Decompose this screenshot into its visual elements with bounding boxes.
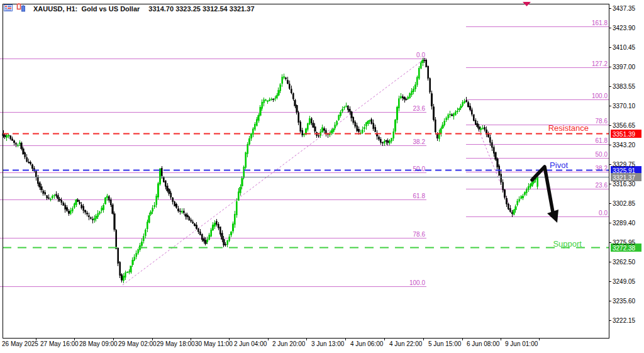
y-tick-label: 3370.10	[613, 103, 636, 109]
candle-bull	[17, 145, 18, 145]
candle-bull	[340, 112, 341, 116]
candle-bear	[428, 66, 429, 78]
candle-bear	[471, 110, 472, 115]
candle-bull	[270, 99, 272, 99]
candle-bear	[174, 202, 175, 206]
candle-bear	[161, 168, 162, 176]
candle-bear	[294, 100, 296, 106]
y-tick-label: 3275.95	[613, 239, 636, 246]
candle-bull	[519, 199, 520, 201]
candle-bear	[119, 262, 121, 276]
candle-bull	[212, 225, 213, 230]
fib-level-label: 50.0	[413, 165, 426, 172]
candle-bull	[143, 236, 144, 240]
support-label: Support	[553, 239, 582, 249]
candle-bull	[252, 129, 253, 134]
candle-bull	[446, 118, 447, 120]
candle-bear	[497, 159, 498, 167]
candle-bull	[74, 204, 75, 208]
y-tick-label: 3249.05	[613, 278, 636, 285]
candle-bear	[175, 204, 177, 207]
candle-bear	[25, 153, 26, 157]
candle-bear	[187, 215, 188, 217]
candle-bull	[333, 129, 334, 132]
y-tick-label: 3289.40	[613, 220, 636, 227]
fib-level-label: 38.2	[413, 138, 426, 145]
candle-bear	[81, 205, 82, 208]
candle-bear	[116, 230, 117, 249]
x-tick-label: 5 Jun 15:00	[428, 340, 462, 347]
chart-border	[3, 4, 609, 339]
candle-bear	[165, 181, 166, 186]
candle-bull	[280, 85, 281, 91]
candle-bear	[114, 214, 115, 230]
candle-bear	[108, 196, 109, 200]
candle-bull	[276, 96, 277, 98]
candle-bull	[267, 101, 268, 101]
x-tick-label: 2 Jun 04:00	[234, 340, 267, 347]
candle-bear	[10, 136, 11, 139]
fib-level-label: 161.8	[592, 20, 608, 26]
candle-bear	[23, 148, 24, 154]
candle-bull	[154, 205, 155, 207]
y-tick-label: 3397.00	[613, 64, 636, 70]
candle-bull	[156, 196, 157, 205]
fib-level-label: 50.0	[596, 151, 608, 158]
candle-bull	[448, 115, 449, 118]
candle-bear	[118, 248, 119, 263]
fib-level-label: 100.0	[592, 92, 608, 99]
candle-bull	[148, 216, 150, 223]
candle-bear	[300, 122, 301, 132]
candle-bear	[112, 205, 113, 214]
candle-bull	[414, 85, 416, 89]
candle-bull	[457, 111, 458, 111]
candle-bear	[223, 239, 225, 245]
candle-bull	[264, 100, 265, 103]
candle-bull	[343, 107, 345, 108]
candle-bear	[477, 123, 478, 126]
x-tick-label: 30 May 11:00	[195, 340, 233, 347]
candle-bull	[528, 186, 529, 189]
candle-bull	[522, 196, 523, 198]
candle-bear	[386, 140, 387, 142]
candle-bear	[11, 139, 13, 140]
candle-bear	[484, 127, 486, 129]
candle-bear	[489, 137, 491, 142]
candle-bull	[409, 94, 411, 98]
candle-bear	[48, 198, 49, 198]
candle-bull	[96, 216, 97, 218]
candle-bear	[382, 142, 383, 143]
candle-bear	[183, 211, 184, 213]
candle-bull	[416, 77, 418, 84]
candle-bull	[413, 89, 414, 91]
candle-bear	[475, 120, 476, 125]
candle-bull	[398, 99, 399, 108]
price-tag-text: 3325.91	[613, 167, 636, 174]
candle-bull	[104, 198, 106, 204]
candle-bear	[65, 205, 66, 209]
candle-bear	[287, 81, 288, 84]
fib-level-label: 78.6	[596, 118, 608, 125]
candle-bull	[134, 257, 135, 260]
chart-canvas[interactable]: 0.023.638.250.061.878.6100.00.023.638.25…	[0, 0, 644, 353]
candle-bear	[121, 274, 122, 280]
candle-bear	[35, 171, 36, 177]
candle-bear	[373, 123, 374, 129]
candle-bull	[243, 167, 245, 177]
projection-arrow-head	[547, 210, 558, 223]
fib-level-label: 127.2	[592, 60, 608, 67]
candle-bull	[517, 201, 518, 205]
candle-bear	[170, 193, 172, 197]
candle-bear	[292, 94, 294, 99]
candle-bull	[141, 242, 142, 245]
candle-bull	[362, 130, 363, 133]
candle-bear	[353, 117, 354, 123]
candle-bear	[371, 120, 372, 124]
candle-bear	[55, 194, 57, 196]
y-tick-label: 3316.30	[613, 181, 636, 188]
candle-bear	[402, 96, 403, 98]
levels-layer: Resistance3351.39Pivot3325.91Support3272…	[3, 123, 641, 252]
candle-bear	[185, 215, 186, 216]
candle-bear	[201, 235, 203, 240]
axes-layer: 3437.353423.903410.453397.003383.553370.…	[2, 4, 636, 348]
